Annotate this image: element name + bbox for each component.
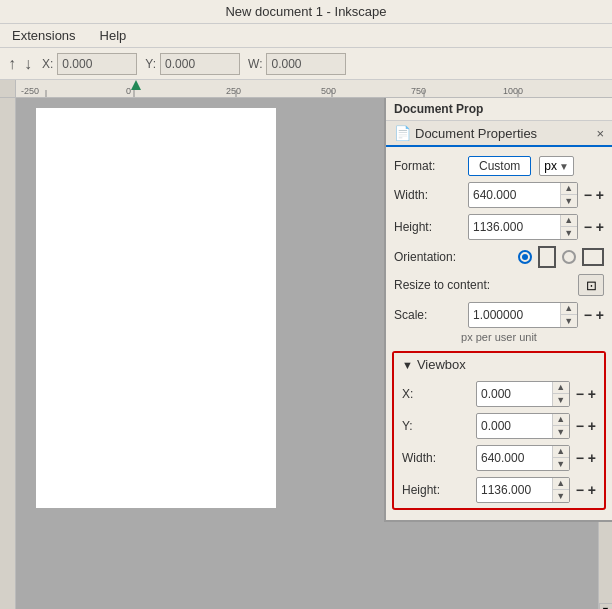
w-input[interactable] bbox=[266, 53, 346, 75]
scale-increment-btn[interactable]: ▲ bbox=[561, 303, 577, 315]
height-label: Height: bbox=[394, 220, 464, 234]
panel-close-btn[interactable]: × bbox=[596, 126, 604, 141]
height-input-wrapper: ▲ ▼ bbox=[468, 214, 578, 240]
width-increment-btn[interactable]: ▲ bbox=[561, 183, 577, 195]
scale-row: Scale: ▲ ▼ − + bbox=[386, 299, 612, 331]
svg-text:250: 250 bbox=[226, 86, 241, 96]
left-sidebar bbox=[0, 98, 16, 609]
viewbox-width-decrement-btn[interactable]: ▼ bbox=[553, 458, 569, 470]
height-increment-btn[interactable]: ▲ bbox=[561, 215, 577, 227]
width-decrement-btn[interactable]: ▼ bbox=[561, 195, 577, 207]
viewbox-height-increment-btn[interactable]: ▲ bbox=[553, 478, 569, 490]
scale-plus-icon: + bbox=[596, 307, 604, 323]
viewbox-width-row: Width: ▲ ▼ − + bbox=[394, 442, 604, 474]
toolbar-arrow-up[interactable]: ↑ bbox=[6, 55, 18, 73]
viewbox-width-input[interactable] bbox=[477, 449, 552, 467]
scroll-down-btn[interactable]: ▼ bbox=[599, 603, 613, 609]
viewbox-y-input-wrapper: ▲ ▼ bbox=[476, 413, 570, 439]
vh-minus: − bbox=[576, 482, 584, 498]
viewbox-section: ▼ Viewbox X: ▲ ▼ − bbox=[392, 351, 606, 510]
height-row: Height: ▲ ▼ − + bbox=[386, 211, 612, 243]
resize-to-content-btn[interactable]: ⊡ bbox=[578, 274, 604, 296]
px-per-unit: px per user unit bbox=[386, 331, 612, 347]
viewbox-height-input-wrapper: ▲ ▼ bbox=[476, 477, 570, 503]
unit-dropdown-arrow: ▼ bbox=[559, 161, 569, 172]
document-properties-panel: Document Prop 📄 Document Properties × Fo… bbox=[384, 98, 612, 522]
viewbox-x-increment-btn[interactable]: ▲ bbox=[553, 382, 569, 394]
viewbox-x-label: X: bbox=[402, 387, 472, 401]
viewbox-x-decrement-btn[interactable]: ▼ bbox=[553, 394, 569, 406]
portrait-radio-wrapper[interactable] bbox=[518, 250, 532, 264]
viewbox-x-input[interactable] bbox=[477, 385, 552, 403]
viewbox-collapse-arrow: ▼ bbox=[402, 359, 413, 371]
ruler: -250 0 250 500 750 1000 bbox=[16, 80, 612, 98]
viewbox-y-decrement-btn[interactable]: ▼ bbox=[553, 426, 569, 438]
height-decrement-btn[interactable]: ▼ bbox=[561, 227, 577, 239]
panel-tab[interactable]: 📄 Document Properties × bbox=[386, 121, 612, 147]
width-plus-icon: + bbox=[596, 187, 604, 203]
landscape-icon[interactable] bbox=[582, 248, 604, 266]
width-spin-btns: ▲ ▼ bbox=[560, 183, 577, 207]
landscape-radio[interactable] bbox=[562, 250, 576, 264]
unit-value: px bbox=[544, 159, 557, 173]
width-row: Width: ▲ ▼ − + bbox=[386, 179, 612, 211]
width-input-wrapper: ▲ ▼ bbox=[468, 182, 578, 208]
viewbox-header[interactable]: ▼ Viewbox bbox=[394, 353, 604, 376]
vx-minus: − bbox=[576, 386, 584, 402]
w-label: W: bbox=[248, 57, 262, 71]
x-label: X: bbox=[42, 57, 53, 71]
viewbox-y-row: Y: ▲ ▼ − + bbox=[394, 410, 604, 442]
scale-decrement-btn[interactable]: ▼ bbox=[561, 315, 577, 327]
app-title: New document 1 - Inkscape bbox=[225, 4, 386, 19]
svg-text:1000: 1000 bbox=[503, 86, 523, 96]
title-bar: New document 1 - Inkscape bbox=[0, 0, 612, 24]
resize-label: Resize to content: bbox=[394, 278, 504, 292]
unit-select[interactable]: px ▼ bbox=[539, 156, 574, 176]
x-input[interactable] bbox=[57, 53, 137, 75]
viewbox-height-row: Height: ▲ ▼ − + bbox=[394, 474, 604, 506]
format-row: Format: Custom px ▼ bbox=[386, 153, 612, 179]
viewbox-width-increment-btn[interactable]: ▲ bbox=[553, 446, 569, 458]
toolbar-arrow-down[interactable]: ↓ bbox=[22, 55, 34, 73]
viewbox-x-input-wrapper: ▲ ▼ bbox=[476, 381, 570, 407]
format-label: Format: bbox=[394, 159, 464, 173]
ruler-marks: -250 0 250 500 750 1000 bbox=[16, 80, 612, 97]
viewbox-y-input[interactable] bbox=[477, 417, 552, 435]
panel-header: Document Prop bbox=[386, 98, 612, 121]
height-spin-btns: ▲ ▼ bbox=[560, 215, 577, 239]
width-label: Width: bbox=[394, 188, 464, 202]
viewbox-height-decrement-btn[interactable]: ▼ bbox=[553, 490, 569, 502]
panel-content: Format: Custom px ▼ Width: ▲ ▼ − bbox=[386, 147, 612, 520]
scale-input[interactable] bbox=[469, 306, 560, 324]
canvas-document bbox=[36, 108, 276, 508]
viewbox-height-spin-btns: ▲ ▼ bbox=[552, 478, 569, 502]
vw-plus: + bbox=[588, 450, 596, 466]
vh-plus: + bbox=[588, 482, 596, 498]
orientation-group bbox=[518, 246, 604, 268]
height-input[interactable] bbox=[469, 218, 560, 236]
viewbox-y-increment-btn[interactable]: ▲ bbox=[553, 414, 569, 426]
viewbox-x-spin-btns: ▲ ▼ bbox=[552, 382, 569, 406]
portrait-icon[interactable] bbox=[538, 246, 556, 268]
height-plus-icon: + bbox=[596, 219, 604, 235]
viewbox-y-label: Y: bbox=[402, 419, 472, 433]
scale-input-wrapper: ▲ ▼ bbox=[468, 302, 578, 328]
y-input[interactable] bbox=[160, 53, 240, 75]
main-area: ▲ ▼ Document Prop 📄 Document Properties … bbox=[0, 98, 612, 609]
landscape-radio-wrapper[interactable] bbox=[562, 250, 576, 264]
format-button[interactable]: Custom bbox=[468, 156, 531, 176]
viewbox-height-input[interactable] bbox=[477, 481, 552, 499]
menu-bar: Extensions Help bbox=[0, 24, 612, 48]
portrait-radio[interactable] bbox=[518, 250, 532, 264]
width-input[interactable] bbox=[469, 186, 560, 204]
menu-help[interactable]: Help bbox=[96, 26, 131, 45]
resize-icon: ⊡ bbox=[586, 278, 597, 293]
viewbox-y-spin-btns: ▲ ▼ bbox=[552, 414, 569, 438]
scale-spin-btns: ▲ ▼ bbox=[560, 303, 577, 327]
viewbox-width-input-wrapper: ▲ ▼ bbox=[476, 445, 570, 471]
y-label: Y: bbox=[145, 57, 156, 71]
orientation-label: Orientation: bbox=[394, 250, 464, 264]
orientation-row: Orientation: bbox=[386, 243, 612, 271]
resize-row: Resize to content: ⊡ bbox=[386, 271, 612, 299]
menu-extensions[interactable]: Extensions bbox=[8, 26, 80, 45]
